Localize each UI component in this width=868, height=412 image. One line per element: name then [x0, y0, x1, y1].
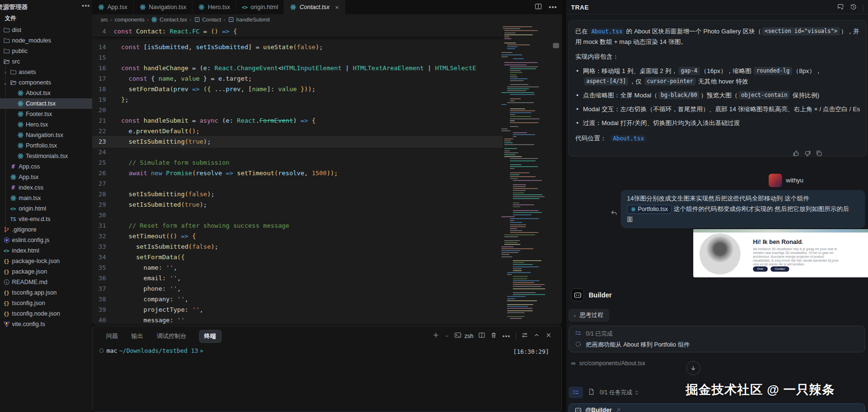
file-reference[interactable]: ∞ src/components/About.tsx — [571, 359, 645, 367]
folder-icon — [3, 48, 10, 55]
file-tree-item-Contact.tsx[interactable]: Contact.tsx — [0, 98, 92, 109]
terminal-actions: zsh ••• — [433, 332, 552, 340]
file-tree-item-Hero.tsx[interactable]: Hero.tsx — [0, 119, 92, 130]
file-label: Contact.tsx — [26, 100, 56, 107]
breadcrumb-item-Contact.tsx[interactable]: Contact.tsx — [151, 16, 187, 23]
history-icon[interactable] — [850, 3, 857, 12]
file-chip-Portfolio.tsx[interactable]: Portfolio.tsx — [627, 205, 672, 214]
thumbs-up-icon[interactable] — [793, 150, 800, 159]
terminal-settings-icon[interactable] — [521, 332, 528, 340]
file-tree-item-package-lock.json[interactable]: {}package-lock.json — [0, 256, 92, 266]
file-tree-item-About.tsx[interactable]: About.tsx — [0, 88, 92, 98]
file-tree-item-App.tsx[interactable]: App.tsx — [0, 172, 92, 182]
file-tree-item-tsconfig.json[interactable]: {}tsconfig.json — [0, 298, 92, 308]
panel-tab-终端[interactable]: 终端 — [199, 330, 222, 343]
scrollbar-thumb[interactable] — [553, 43, 559, 48]
assistant-bullet: •网格：移动端 1 列、桌面端 2 列，gap-4（16px），缩略图 roun… — [575, 66, 860, 87]
chevron-down-icon[interactable]: ⌄ — [3, 80, 8, 85]
task-progress-indicator[interactable]: 0/1 任务完成 — [600, 389, 639, 397]
file-tree-item-App.css[interactable]: #App.css — [0, 161, 92, 172]
restore-checkpoint-icon[interactable] — [610, 209, 618, 219]
file-tree-item-public[interactable]: public — [0, 46, 92, 56]
copy-icon[interactable] — [815, 150, 823, 159]
breadcrumb-item-src[interactable]: src — [101, 17, 108, 22]
breadcrumb-item-handleSubmit[interactable]: handleSubmit — [228, 16, 270, 23]
new-chat-icon[interactable] — [837, 3, 844, 12]
more-actions-icon[interactable]: ••• — [502, 333, 510, 340]
file-tree-item-vite-env.d.ts[interactable]: TSvite-env.d.ts — [0, 214, 92, 224]
panel-maximize-icon[interactable] — [533, 332, 540, 340]
file-tree-item-index.css[interactable]: #index.css — [0, 182, 92, 193]
file-tree-item-eslint.config.js[interactable]: eslint.config.js — [0, 235, 92, 245]
agent-mention: @Builder — [585, 407, 612, 412]
file-tree-item-node_modules[interactable]: node_modules — [0, 35, 92, 46]
file-tree-item-Testimonials.tsx[interactable]: Testimonials.tsx — [0, 151, 92, 161]
close-panel-icon[interactable] — [545, 332, 552, 340]
file-tree-item-tsconfig.node.json[interactable]: {}tsconfig.node.json — [0, 308, 92, 319]
eslint-icon — [3, 237, 10, 244]
kill-terminal-icon[interactable] — [490, 332, 497, 340]
line-number: 31 — [92, 221, 114, 231]
close-tab-icon[interactable]: × — [335, 4, 339, 11]
image-top-strip — [693, 229, 868, 232]
more-actions-icon[interactable]: ••• — [82, 2, 90, 10]
file-link-About.tsx[interactable]: About.tsx — [590, 28, 625, 35]
thinking-process-toggle[interactable]: › 思考过程 — [568, 309, 609, 322]
breadcrumb-item-Contact[interactable]: Contact — [194, 16, 222, 23]
tab-Contact.tsx[interactable]: Contact.tsx× — [284, 0, 345, 14]
line-number: 40 — [92, 315, 114, 325]
line-number: 33 — [92, 242, 114, 252]
chevron-right-icon: › — [574, 313, 576, 318]
file-tree-item-Navigation.tsx[interactable]: Navigation.tsx — [0, 130, 92, 140]
panel-tab-调试控制台[interactable]: 调试控制台 — [156, 330, 188, 342]
file-tree-item-origin.html[interactable]: <>origin.html — [0, 203, 92, 214]
file-tree-item-Footer.tsx[interactable]: Footer.tsx — [0, 109, 92, 119]
thumbs-down-icon[interactable] — [804, 150, 811, 159]
line-number: 32 — [92, 231, 114, 242]
panel-tab-输出[interactable]: 输出 — [130, 330, 144, 342]
tab-Hero.tsx[interactable]: Hero.tsx — [192, 0, 236, 14]
assistant-bullet: •点击缩略图：全屏 Modal（bg-black/80）预览大图（object-… — [575, 90, 860, 101]
new-terminal-icon[interactable] — [433, 332, 439, 340]
file-tree-item-main.tsx[interactable]: main.tsx — [0, 193, 92, 203]
file-link-about-tsx[interactable]: About.tsx — [611, 135, 646, 142]
chevron-down-icon[interactable] — [445, 332, 449, 340]
tab-App.tsx[interactable]: App.tsx — [92, 0, 134, 14]
file-tree-item-Portfolio.tsx[interactable]: Portfolio.tsx — [0, 140, 92, 151]
file-label: index.css — [19, 184, 43, 191]
code-editor[interactable]: 4const Contact: React.FC = () => { 14 co… — [92, 25, 562, 325]
task-list-button[interactable] — [569, 387, 583, 398]
chat-input-box[interactable]: @Builder — [569, 403, 865, 412]
file-tree-item-assets[interactable]: ›assets — [0, 67, 92, 77]
tab-Navigation.tsx[interactable]: Navigation.tsx — [134, 0, 193, 14]
more-actions-icon[interactable]: ••• — [549, 3, 557, 11]
file-tree-item-README.md[interactable]: README.md — [0, 277, 92, 287]
code-line-31: 31 // Reset form after showing success m… — [92, 221, 503, 231]
file-tree-item-src[interactable]: src — [0, 56, 92, 67]
file-tree-item-vite.config.ts[interactable]: vite.config.ts — [0, 319, 92, 329]
file-tree-item-tsconfig.app.json[interactable]: {}tsconfig.app.json — [0, 287, 92, 298]
document-icon[interactable] — [588, 388, 595, 397]
panel-tab-问题[interactable]: 问题 — [105, 330, 119, 342]
scroll-to-bottom-button[interactable] — [686, 361, 700, 375]
file-tree-item-.gitignore[interactable]: .gitignore — [0, 224, 92, 235]
attached-image[interactable]: Hi! Ik ben Ronald. Als freelance 3D visu… — [693, 229, 868, 277]
file-tree-item-index.html[interactable]: <>index.html — [0, 245, 92, 256]
file-label: public — [12, 48, 28, 54]
assistant-bullet: •Modal 交互：左/右切换（不循环，首尾禁用）、底部 14 张缩略图导航高亮… — [575, 104, 860, 115]
builder-agent-row: Builder — [571, 288, 612, 301]
split-editor-icon[interactable] — [535, 3, 542, 12]
file-tree-item-dist[interactable]: dist — [0, 25, 92, 35]
terminal-prompt[interactable]: mac ~/Downloads/testbed 13 » — [99, 347, 203, 354]
split-terminal-icon[interactable] — [478, 332, 485, 340]
tab-origin.html[interactable]: <>origin.html — [236, 0, 285, 14]
terminal-shell-icon[interactable] — [455, 332, 461, 340]
tab-label: Hero.tsx — [208, 4, 230, 11]
file-tree-item-components[interactable]: ⌄components — [0, 77, 92, 88]
task-progress-card[interactable]: 0/1 已完成 把画廊功能从 About 移到 Portfolio 组件 — [569, 326, 865, 352]
ide-window: 资源管理器 ••• 文件 distnode_modulespublicsrc›a… — [0, 0, 868, 412]
breadcrumb-item-components[interactable]: components — [115, 17, 145, 22]
file-tree-item-package.json[interactable]: {}package.json — [0, 266, 92, 277]
minimap[interactable] — [501, 26, 555, 322]
chevron-right-icon[interactable]: › — [3, 70, 8, 75]
